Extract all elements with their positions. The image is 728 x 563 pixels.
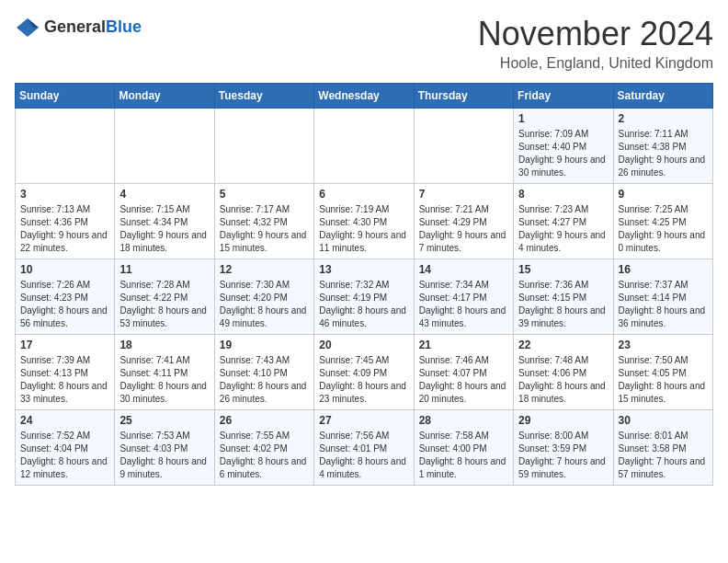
calendar-cell: 11Sunrise: 7:28 AM Sunset: 4:22 PM Dayli… [115,259,214,335]
calendar-cell: 20Sunrise: 7:45 AM Sunset: 4:09 PM Dayli… [314,335,414,410]
calendar-cell: 27Sunrise: 7:56 AM Sunset: 4:01 PM Dayli… [314,410,414,486]
weekday-header-monday: Monday [115,84,214,109]
calendar-cell: 10Sunrise: 7:26 AM Sunset: 4:23 PM Dayli… [16,259,115,335]
calendar-cell: 13Sunrise: 7:32 AM Sunset: 4:19 PM Dayli… [314,259,414,335]
day-info: Sunrise: 7:39 AM Sunset: 4:13 PM Dayligh… [20,354,109,406]
day-info: Sunrise: 7:55 AM Sunset: 4:02 PM Dayligh… [220,430,309,481]
calendar-cell: 5Sunrise: 7:17 AM Sunset: 4:32 PM Daylig… [214,184,313,259]
calendar-cell [314,109,414,184]
day-number: 4 [119,188,209,201]
week-row-4: 17Sunrise: 7:39 AM Sunset: 4:13 PM Dayli… [16,335,713,410]
day-info: Sunrise: 7:28 AM Sunset: 4:22 PM Dayligh… [119,279,209,330]
weekday-header-saturday: Saturday [613,84,712,109]
calendar-cell: 14Sunrise: 7:34 AM Sunset: 4:17 PM Dayli… [414,259,513,335]
day-number: 6 [319,188,408,201]
day-info: Sunrise: 7:25 AM Sunset: 4:25 PM Dayligh… [619,203,708,255]
week-row-5: 24Sunrise: 7:52 AM Sunset: 4:04 PM Dayli… [16,410,713,486]
day-info: Sunrise: 7:36 AM Sunset: 4:15 PM Dayligh… [518,279,608,330]
week-row-3: 10Sunrise: 7:26 AM Sunset: 4:23 PM Dayli… [16,259,713,335]
day-info: Sunrise: 7:30 AM Sunset: 4:20 PM Dayligh… [220,279,309,330]
day-number: 26 [220,414,309,427]
week-row-2: 3Sunrise: 7:13 AM Sunset: 4:36 PM Daylig… [16,184,713,259]
day-number: 8 [518,188,608,201]
calendar-cell: 16Sunrise: 7:37 AM Sunset: 4:14 PM Dayli… [613,259,712,335]
logo: GeneralBlue [15,15,142,40]
header: GeneralBlue November 2024 Hoole, England… [15,15,713,72]
day-number: 23 [619,339,708,351]
day-number: 1 [518,112,608,125]
weekday-header-sunday: Sunday [16,84,115,109]
calendar-cell: 9Sunrise: 7:25 AM Sunset: 4:25 PM Daylig… [613,184,712,259]
calendar-cell: 21Sunrise: 7:46 AM Sunset: 4:07 PM Dayli… [414,335,513,410]
logo-text: GeneralBlue [44,18,142,37]
day-info: Sunrise: 7:11 AM Sunset: 4:38 PM Dayligh… [619,128,708,179]
day-number: 20 [319,339,408,351]
day-info: Sunrise: 7:23 AM Sunset: 4:27 PM Dayligh… [518,203,608,255]
calendar-cell: 26Sunrise: 7:55 AM Sunset: 4:02 PM Dayli… [214,410,313,486]
calendar-cell: 18Sunrise: 7:41 AM Sunset: 4:11 PM Dayli… [115,335,214,410]
day-info: Sunrise: 7:58 AM Sunset: 4:00 PM Dayligh… [419,430,508,481]
day-number: 28 [419,414,508,427]
logo-icon [15,15,40,40]
location-title: Hoole, England, United Kingdom [478,55,713,72]
calendar-cell [414,109,513,184]
day-info: Sunrise: 7:34 AM Sunset: 4:17 PM Dayligh… [419,279,508,330]
calendar-cell: 8Sunrise: 7:23 AM Sunset: 4:27 PM Daylig… [514,184,613,259]
calendar-cell: 19Sunrise: 7:43 AM Sunset: 4:10 PM Dayli… [214,335,313,410]
day-number: 3 [20,188,109,201]
calendar-cell: 2Sunrise: 7:11 AM Sunset: 4:38 PM Daylig… [613,109,712,184]
calendar-cell: 15Sunrise: 7:36 AM Sunset: 4:15 PM Dayli… [514,259,613,335]
day-number: 27 [319,414,408,427]
day-info: Sunrise: 7:48 AM Sunset: 4:06 PM Dayligh… [518,354,608,406]
calendar-cell: 7Sunrise: 7:21 AM Sunset: 4:29 PM Daylig… [414,184,513,259]
calendar-cell: 17Sunrise: 7:39 AM Sunset: 4:13 PM Dayli… [16,335,115,410]
day-info: Sunrise: 7:53 AM Sunset: 4:03 PM Dayligh… [119,430,209,481]
day-info: Sunrise: 7:43 AM Sunset: 4:10 PM Dayligh… [220,354,309,406]
calendar-cell: 24Sunrise: 7:52 AM Sunset: 4:04 PM Dayli… [16,410,115,486]
day-number: 21 [419,339,508,351]
day-info: Sunrise: 7:19 AM Sunset: 4:30 PM Dayligh… [319,203,408,255]
day-number: 29 [518,414,608,427]
calendar-cell: 1Sunrise: 7:09 AM Sunset: 4:40 PM Daylig… [514,109,613,184]
day-number: 7 [419,188,508,201]
calendar-cell: 28Sunrise: 7:58 AM Sunset: 4:00 PM Dayli… [414,410,513,486]
weekday-header-thursday: Thursday [414,84,513,109]
day-info: Sunrise: 7:50 AM Sunset: 4:05 PM Dayligh… [619,354,708,406]
weekday-header-friday: Friday [514,84,613,109]
day-number: 15 [518,263,608,276]
day-number: 14 [419,263,508,276]
day-info: Sunrise: 7:41 AM Sunset: 4:11 PM Dayligh… [119,354,209,406]
day-number: 12 [220,263,309,276]
calendar-cell: 6Sunrise: 7:19 AM Sunset: 4:30 PM Daylig… [314,184,414,259]
day-info: Sunrise: 7:37 AM Sunset: 4:14 PM Dayligh… [619,279,708,330]
day-number: 11 [119,263,209,276]
day-number: 10 [20,263,109,276]
calendar-cell [115,109,214,184]
day-number: 19 [220,339,309,351]
calendar-cell [214,109,313,184]
calendar-cell: 3Sunrise: 7:13 AM Sunset: 4:36 PM Daylig… [16,184,115,259]
calendar-cell: 25Sunrise: 7:53 AM Sunset: 4:03 PM Dayli… [115,410,214,486]
calendar-cell [16,109,115,184]
day-number: 9 [619,188,708,201]
day-info: Sunrise: 7:32 AM Sunset: 4:19 PM Dayligh… [319,279,408,330]
weekday-header-tuesday: Tuesday [214,84,313,109]
day-number: 16 [619,263,708,276]
day-info: Sunrise: 7:21 AM Sunset: 4:29 PM Dayligh… [419,203,508,255]
day-number: 24 [20,414,109,427]
day-info: Sunrise: 7:26 AM Sunset: 4:23 PM Dayligh… [20,279,109,330]
weekday-header-wednesday: Wednesday [314,84,414,109]
day-number: 2 [619,112,708,125]
title-area: November 2024 Hoole, England, United Kin… [478,15,713,72]
calendar-cell: 12Sunrise: 7:30 AM Sunset: 4:20 PM Dayli… [214,259,313,335]
day-number: 25 [119,414,209,427]
calendar-cell: 22Sunrise: 7:48 AM Sunset: 4:06 PM Dayli… [514,335,613,410]
day-info: Sunrise: 7:13 AM Sunset: 4:36 PM Dayligh… [20,203,109,255]
day-number: 22 [518,339,608,351]
day-number: 18 [119,339,209,351]
day-info: Sunrise: 7:45 AM Sunset: 4:09 PM Dayligh… [319,354,408,406]
calendar-cell: 23Sunrise: 7:50 AM Sunset: 4:05 PM Dayli… [613,335,712,410]
day-info: Sunrise: 7:56 AM Sunset: 4:01 PM Dayligh… [319,430,408,481]
calendar-table: SundayMondayTuesdayWednesdayThursdayFrid… [15,83,713,486]
day-info: Sunrise: 7:15 AM Sunset: 4:34 PM Dayligh… [119,203,209,255]
